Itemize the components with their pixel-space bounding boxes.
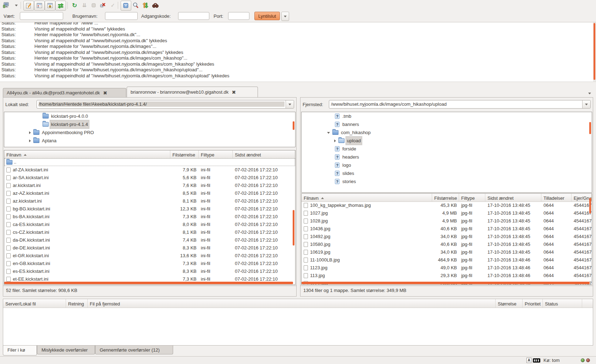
vertical-scrollbar[interactable] xyxy=(292,208,295,248)
file-row[interactable]: .. xyxy=(4,158,295,166)
toggle-local-tree-icon[interactable] xyxy=(34,1,45,11)
tree-item[interactable]: kickstart-pro-4.1.4 xyxy=(4,120,295,128)
synchronized-browsing-icon[interactable] xyxy=(141,1,150,10)
data-type-ascii-icon[interactable]: A xyxy=(526,358,531,363)
column-header[interactable]: Filstørrelse xyxy=(432,194,459,202)
host-input[interactable] xyxy=(20,12,63,20)
file-row[interactable]: ar-SA.kickstart.ini5,6 KBini-fil07-02-20… xyxy=(4,174,295,182)
vertical-scrollbar[interactable] xyxy=(292,119,295,132)
path-combobox[interactable]: /home/brian/Hentede filer/Akeeba/kicksta… xyxy=(37,100,294,109)
column-header[interactable]: Sidst ændret xyxy=(485,194,541,202)
file-row[interactable]: 100_kg_tappekar_thomas.jpg45,3 KBjpg-fil… xyxy=(302,202,592,209)
find-files-icon[interactable] xyxy=(151,1,160,10)
quickconnect-dropdown-icon[interactable] xyxy=(281,12,289,21)
path-dropdown-icon[interactable] xyxy=(286,100,294,108)
horizontal-scrollbar[interactable] xyxy=(4,282,293,284)
tree-item[interactable]: com_hikashop xyxy=(302,128,592,137)
tree-expander-icon[interactable] xyxy=(29,131,31,134)
site-manager-icon[interactable] xyxy=(2,1,11,10)
file-row[interactable]: 11-1000LB.jpg464,9 KBjpg-fil17-10-2016 1… xyxy=(302,256,592,264)
file-row[interactable]: af-ZA.kickstart.ini7,9 KBini-fil07-02-20… xyxy=(4,166,295,174)
file-row[interactable]: ar.kickstart.ini7,6 KBini-fil07-02-2016 … xyxy=(4,182,295,189)
file-row[interactable]: da-DK.kickstart.ini7,4 KBini-fil07-02-20… xyxy=(4,236,295,244)
reconnect-icon[interactable]: ✓ xyxy=(109,1,117,10)
column-header[interactable]: Filstørrelse xyxy=(170,150,199,158)
file-row[interactable]: 10580.jpg40,6 KBjpg-fil17-10-2016 13:48:… xyxy=(302,241,592,248)
file-row[interactable]: bg-BG.kickstart.ini12,3 KBini-fil07-02-2… xyxy=(4,205,295,213)
toggle-remote-tree-icon[interactable] xyxy=(45,1,55,11)
vertical-scrollbar[interactable] xyxy=(589,195,592,216)
port-input[interactable] xyxy=(228,12,249,20)
file-row[interactable]: 1123.jpg49,0 KBjpg-fil17-10-2016 13:48:4… xyxy=(302,264,592,272)
column-header[interactable]: Filtype xyxy=(199,150,233,158)
file-row[interactable]: 1027.jpg4,9 MBjpg-fil17-10-2016 13:48:45… xyxy=(302,209,592,217)
site-manager-dropdown-icon[interactable] xyxy=(12,1,21,10)
queue-column-header[interactable]: Prioritet xyxy=(523,299,543,308)
compare-directories-icon[interactable] xyxy=(131,1,140,10)
tab-close-icon[interactable]: ✖ xyxy=(103,90,107,96)
queue-column-header[interactable]: Fil på fjernsted xyxy=(88,299,496,308)
tree-item[interactable]: ?.tmb xyxy=(302,112,592,120)
server-tab[interactable]: All4you.dk - all4u.dk@prod3.magentohotel… xyxy=(3,88,126,97)
tree-item[interactable]: ?logo xyxy=(302,161,592,169)
refresh-icon[interactable]: ↻ xyxy=(70,1,79,10)
cancel-operation-icon[interactable] xyxy=(89,1,98,10)
process-queue-icon[interactable]: ⇊ xyxy=(80,1,89,10)
queue-column-header[interactable]: Status xyxy=(543,299,582,308)
username-input[interactable] xyxy=(105,12,138,20)
tree-item[interactable]: ?stories xyxy=(302,177,592,186)
file-row[interactable]: az.kickstart.ini8,1 KBini-fil07-02-2016 … xyxy=(4,197,295,205)
tree-item[interactable]: ?slides xyxy=(302,169,592,177)
file-row[interactable]: 1028.jpg4,9 MBjpg-fil17-10-2016 13:48:45… xyxy=(302,217,592,225)
server-tab[interactable]: brianronnow - brianronnow@web10.gigahost… xyxy=(127,87,258,97)
file-row[interactable]: 113.jpg29,3 KBjpg-fil17-10-2016 13:48:46… xyxy=(302,272,592,280)
tree-item[interactable]: kickstart-pro-4.0.0 xyxy=(4,112,295,120)
column-header[interactable]: Filtype xyxy=(459,194,485,202)
tree-item[interactable]: ?forside xyxy=(302,145,592,153)
tree-expander-icon[interactable] xyxy=(327,132,330,134)
vertical-scrollbar[interactable] xyxy=(589,120,592,137)
file-row[interactable]: ca-ES.kickstart.ini8,0 KBini-fil07-02-20… xyxy=(4,221,295,228)
file-row[interactable]: az-AZ.kickstart.ini8,5 KBini-fil07-02-20… xyxy=(4,189,295,197)
column-header[interactable]: Sidst ændret xyxy=(233,150,295,158)
tree-item[interactable]: Appoinmentbooking PRO xyxy=(4,128,295,137)
tab-list-dropdown-icon[interactable] xyxy=(588,93,591,94)
tree-item[interactable]: upload xyxy=(302,137,592,145)
file-row[interactable]: 10492.jpg34,0 KBjpg-fil17-10-2016 13:48:… xyxy=(302,233,592,241)
queue-tab[interactable]: Mislykkede overførsler xyxy=(37,346,95,354)
column-header[interactable]: Tilladelser xyxy=(541,194,572,202)
tree-expander-icon[interactable] xyxy=(29,139,31,142)
password-input[interactable] xyxy=(178,12,209,20)
file-cell: 17-10-2016 13:48:46 xyxy=(485,272,541,280)
file-row[interactable]: bs-BA.kickstart.ini7,3 KBini-fil07-02-20… xyxy=(4,213,295,221)
file-row[interactable]: el-GR.kickstart.ini13,6 KBini-fil07-02-2… xyxy=(4,252,295,260)
column-header[interactable]: Filnavn xyxy=(4,150,170,158)
tab-close-icon[interactable]: ✖ xyxy=(232,89,236,95)
file-row[interactable]: es-ES.kickstart.ini8,3 KBini-fil07-02-20… xyxy=(4,268,295,275)
filter-icon[interactable] xyxy=(121,1,131,11)
file-row[interactable]: 10436.jpg40,6 KBjpg-fil17-10-2016 13:48:… xyxy=(302,225,592,233)
tree-item[interactable]: ?banners xyxy=(302,120,592,128)
tree-expander-icon[interactable] xyxy=(334,139,336,142)
file-row[interactable]: 10619.jpg34,0 KBjpg-fil17-10-2016 13:48:… xyxy=(302,248,592,256)
disconnect-icon[interactable] xyxy=(99,1,107,10)
quickconnect-button[interactable]: Lyntilslut xyxy=(254,12,280,20)
queue-tab[interactable]: Filer i kø xyxy=(3,346,37,355)
column-header[interactable]: Filnavn xyxy=(302,194,432,202)
file-row[interactable]: en-GB.kickstart.ini7,3 KBini-fil07-02-20… xyxy=(4,260,295,268)
path-combobox[interactable]: /www/bihuset.nyjoomla.dk/images/com_hika… xyxy=(329,100,591,109)
queue-tab[interactable]: Gennemførte overførsler (12) xyxy=(95,346,173,354)
file-row[interactable]: cs-CZ.kickstart.ini8,1 KBini-fil07-02-20… xyxy=(4,228,295,236)
toggle-log-view-icon[interactable] xyxy=(23,1,34,11)
queue-column-header[interactable]: Størrelse xyxy=(496,299,523,308)
tree-item[interactable]: Aptana xyxy=(4,137,295,145)
tree-item[interactable]: ?headers xyxy=(302,153,592,161)
log-scrollbar[interactable] xyxy=(593,22,596,82)
queue-column-header[interactable]: Retning xyxy=(66,299,88,308)
path-dropdown-icon[interactable] xyxy=(582,100,590,108)
queue-column-header[interactable]: Server/Lokal fil xyxy=(3,299,66,308)
file-row[interactable]: de-DE.kickstart.ini8,3 KBini-fil07-02-20… xyxy=(4,244,295,252)
toggle-queue-view-icon[interactable] xyxy=(55,1,66,11)
speed-limit-icon[interactable] xyxy=(533,358,540,363)
horizontal-scrollbar[interactable] xyxy=(302,282,590,284)
